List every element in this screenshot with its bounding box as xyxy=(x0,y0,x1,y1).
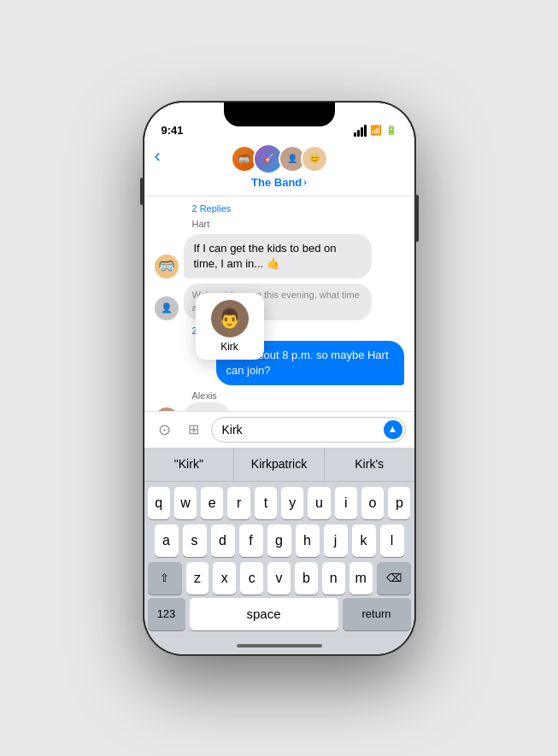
key-a[interactable]: a xyxy=(155,525,179,557)
notch xyxy=(224,103,335,126)
key-g[interactable]: g xyxy=(267,525,291,557)
wifi-icon: 📶 xyxy=(370,125,382,136)
suggestion-2[interactable]: Kirkpatrick xyxy=(234,448,325,481)
suggestion-2-text: Kirkpatrick xyxy=(251,457,307,471)
send-button[interactable]: ▲ xyxy=(384,420,402,439)
key-q[interactable]: q xyxy=(148,487,170,519)
key-l[interactable]: l xyxy=(380,525,404,557)
key-u[interactable]: u xyxy=(308,487,330,519)
avatar-4: 😊 xyxy=(301,145,328,173)
sender-name-hart: Hart xyxy=(155,219,404,229)
key-v[interactable]: v xyxy=(267,562,291,595)
mention-name: Kirk xyxy=(220,341,238,353)
key-row-3: ⇧ z x c v b n m ⌫ xyxy=(148,562,411,595)
status-time: 9:41 xyxy=(162,124,184,137)
key-row-2: a s d f g h j k l xyxy=(148,525,411,557)
key-row-1: q w e r t y u i o p xyxy=(148,487,411,519)
appstore-button[interactable]: ⊞ xyxy=(182,418,206,442)
message-input[interactable] xyxy=(211,417,406,442)
sender-name-alexis: Alexis xyxy=(155,390,404,401)
key-k[interactable]: k xyxy=(352,525,376,557)
shift-key[interactable]: ⇧ xyxy=(148,562,182,595)
suggestion-3[interactable]: Kirk's xyxy=(325,448,414,481)
message-row-outgoing: How about 8 p.m. so maybe Hart can join? xyxy=(155,341,404,385)
appstore-icon: ⊞ xyxy=(188,421,199,437)
key-o[interactable]: o xyxy=(361,487,384,519)
key-rows: q w e r t y u i o p a s xyxy=(144,482,414,598)
keyboard: "Kirk" Kirkpatrick Kirk's q w e xyxy=(144,448,414,654)
back-button[interactable]: ‹ xyxy=(155,145,161,167)
key-h[interactable]: h xyxy=(296,525,320,557)
key-y[interactable]: y xyxy=(281,487,303,519)
message-row-2: 👤 We're wide open this evening, what tim… xyxy=(155,284,404,320)
home-indicator xyxy=(144,637,414,654)
input-wrapper: ▲ xyxy=(211,417,406,442)
signal-icon xyxy=(354,125,367,137)
replies-label-2[interactable]: 2 Replies xyxy=(155,325,404,336)
input-bar: ⊙ ⊞ ▲ xyxy=(144,411,414,448)
bubble-1: If I can get the kids to bed on time, I … xyxy=(184,234,372,278)
battery-icon: 🔋 xyxy=(385,125,397,136)
mention-avatar: 👨 xyxy=(211,300,249,337)
group-title[interactable]: The Band › xyxy=(251,176,307,189)
key-b[interactable]: b xyxy=(295,562,318,595)
group-avatars: 🥽 🎸 👤 😊 xyxy=(231,144,328,174)
camera-button[interactable]: ⊙ xyxy=(153,418,177,442)
phone-frame: 9:41 📶 🔋 ‹ xyxy=(143,101,416,656)
send-arrow-icon: ▲ xyxy=(388,424,398,434)
key-p[interactable]: p xyxy=(388,487,410,519)
replies-label-1[interactable]: 2 Replies xyxy=(155,203,404,214)
numbers-key[interactable]: 123 xyxy=(148,598,185,630)
key-c[interactable]: c xyxy=(240,562,263,595)
key-i[interactable]: i xyxy=(335,487,357,519)
group-name-text: The Band xyxy=(251,176,302,189)
bubble-1-text: If I can get the kids to bed on time, I … xyxy=(194,242,337,270)
message-row-alexis: 👩 Work xyxy=(155,402,404,410)
key-m[interactable]: m xyxy=(349,562,373,595)
avatar-hart: 🥽 xyxy=(155,255,179,278)
suggestion-1[interactable]: "Kirk" xyxy=(144,448,235,481)
return-key[interactable]: return xyxy=(343,598,411,630)
nav-header: ‹ 🥽 🎸 👤 😊 The xyxy=(144,140,414,196)
suggestion-1-text: "Kirk" xyxy=(174,457,203,471)
suggestion-3-text: Kirk's xyxy=(355,457,384,471)
avatar-placeholder-1: 👤 xyxy=(155,296,179,320)
key-x[interactable]: x xyxy=(213,562,236,595)
bubble-work: Work xyxy=(184,402,230,410)
key-z[interactable]: z xyxy=(186,562,209,595)
camera-icon: ⊙ xyxy=(158,420,171,439)
key-j[interactable]: j xyxy=(324,525,348,557)
delete-key[interactable]: ⌫ xyxy=(377,562,411,595)
key-n[interactable]: n xyxy=(322,562,345,595)
screen: 9:41 📶 🔋 ‹ xyxy=(144,103,414,654)
chevron-icon: › xyxy=(303,177,307,187)
key-d[interactable]: d xyxy=(211,525,235,557)
avatar-alexis: 👩 xyxy=(155,407,179,410)
home-bar xyxy=(237,644,322,648)
phone-inner: 9:41 📶 🔋 ‹ xyxy=(144,103,414,654)
key-w[interactable]: w xyxy=(174,487,197,519)
key-t[interactable]: t xyxy=(255,487,277,519)
mention-popup[interactable]: 👨 Kirk xyxy=(196,293,264,360)
message-row-1: 🥽 If I can get the kids to bed on time, … xyxy=(155,234,404,278)
bottom-key-row: 123 space return xyxy=(144,598,414,637)
key-s[interactable]: s xyxy=(183,525,207,557)
messages-area: 2 Replies Hart 🥽 If I can get the kids t… xyxy=(144,196,414,411)
suggestions-row: "Kirk" Kirkpatrick Kirk's xyxy=(144,448,414,482)
key-e[interactable]: e xyxy=(201,487,223,519)
status-icons: 📶 🔋 xyxy=(354,125,397,137)
key-r[interactable]: r xyxy=(227,487,250,519)
space-key[interactable]: space xyxy=(190,598,338,630)
key-f[interactable]: f xyxy=(239,525,263,557)
